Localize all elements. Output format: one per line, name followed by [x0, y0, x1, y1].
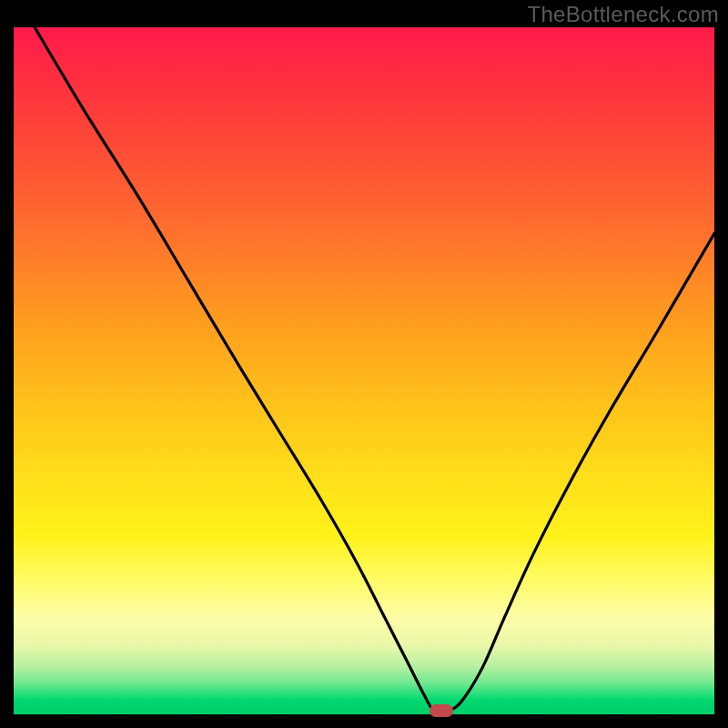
chart-frame: TheBottleneck.com	[0, 0, 728, 728]
bottleneck-curve-path	[35, 27, 714, 713]
plot-area	[14, 27, 714, 714]
optimal-point-marker	[430, 704, 453, 717]
bottleneck-curve	[14, 27, 714, 714]
watermark-text: TheBottleneck.com	[527, 2, 719, 27]
